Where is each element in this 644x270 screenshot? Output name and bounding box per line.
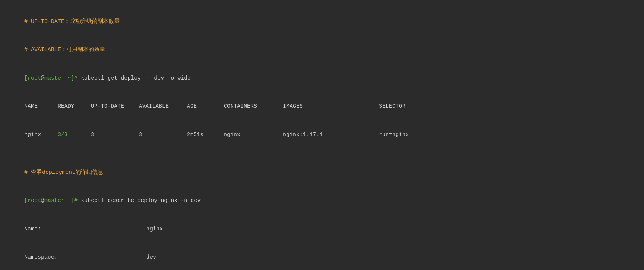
table-header-row: NAMEREADYUP-TO-DATEAVAILABLEAGECONTAINER… xyxy=(11,92,633,121)
data-uptodate: 3 xyxy=(91,130,139,140)
describe-namespace-key: Namespace: xyxy=(24,253,146,262)
describe-namespace: Namespace:dev xyxy=(11,243,633,270)
table-data-row-nginx: nginx3/3332m51snginxnginx:1.17.1run=ngin… xyxy=(11,121,633,149)
prompt-user-2: root xyxy=(28,198,41,204)
data-available: 3 xyxy=(139,130,187,140)
command-get-deploy: kubectl get deploy -n dev -o wide xyxy=(81,75,191,81)
command-describe: kubectl describe deploy nginx -n dev xyxy=(81,198,201,204)
header-containers: CONTAINERS xyxy=(224,102,283,111)
line-comment-uptodate: # UP-TO-DATE：成功升级的副本数量 xyxy=(11,7,633,36)
line-comment-describe: # 查看deployment的详细信息 xyxy=(11,158,633,187)
data-containers: nginx xyxy=(224,130,283,140)
line-prompt-describe: [root@master ~]# kubectl describe deploy… xyxy=(11,187,633,215)
data-age: 2m51s xyxy=(187,130,224,140)
prompt-get-deploy: [root@master ~]# xyxy=(24,75,81,81)
empty-line-1 xyxy=(11,149,633,159)
comment-describe-text: # 查看deployment的详细信息 xyxy=(24,169,103,176)
data-name: nginx xyxy=(24,130,58,140)
header-ready: READY xyxy=(58,102,91,111)
header-images: IMAGES xyxy=(283,102,379,111)
describe-name: Name:nginx xyxy=(11,215,633,243)
header-age: AGE xyxy=(187,102,224,111)
prompt-describe: [root@master ~]# xyxy=(24,198,81,204)
describe-name-key: Name: xyxy=(24,225,146,234)
line-prompt-get-deploy: [root@master ~]# kubectl get deploy -n d… xyxy=(11,64,633,92)
prompt-host: master xyxy=(44,75,64,81)
describe-namespace-value: dev xyxy=(146,254,156,260)
header-uptodate: UP-TO-DATE xyxy=(91,102,139,111)
header-selector: SELECTOR xyxy=(379,102,453,111)
header-available: AVAILABLE xyxy=(139,102,187,111)
prompt-user: root xyxy=(28,75,41,81)
data-selector: run=nginx xyxy=(379,130,453,140)
describe-name-value: nginx xyxy=(146,226,163,232)
comment-available-text: # AVAILABLE：可用副本的数量 xyxy=(24,47,105,53)
comment-uptodate-text: # UP-TO-DATE：成功升级的副本数量 xyxy=(24,18,120,25)
data-ready: 3/3 xyxy=(58,130,91,140)
data-images: nginx:1.17.1 xyxy=(283,130,379,140)
terminal: # UP-TO-DATE：成功升级的副本数量 # AVAILABLE：可用副本的… xyxy=(0,0,644,270)
line-comment-available: # AVAILABLE：可用副本的数量 xyxy=(11,36,633,64)
prompt-host-2: master xyxy=(44,198,64,204)
header-name: NAME xyxy=(24,102,58,111)
